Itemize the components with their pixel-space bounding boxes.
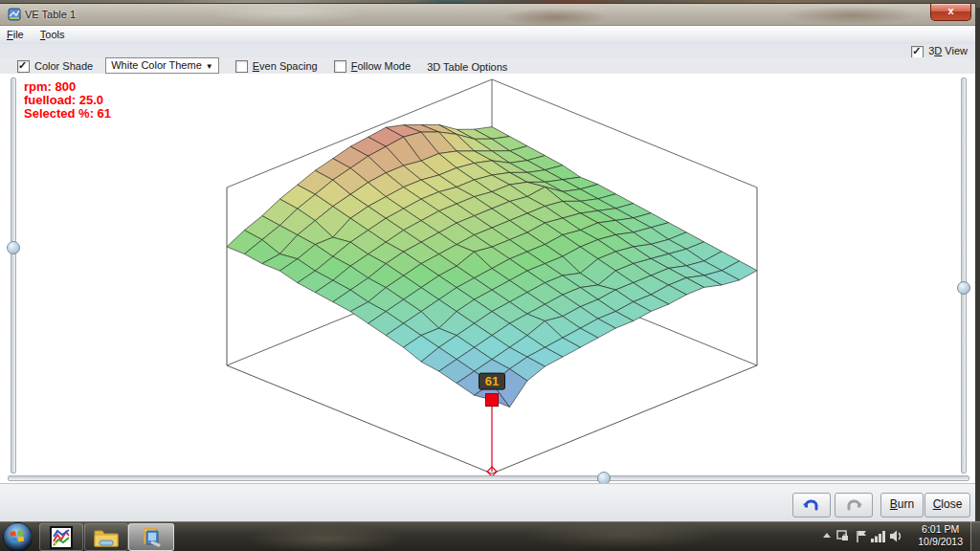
clock-date: 10/9/2013 bbox=[918, 536, 963, 548]
3d-view-toggle[interactable]: 3D View bbox=[911, 45, 968, 58]
tuner-chart-icon bbox=[50, 526, 73, 549]
action-center-flag-icon[interactable] bbox=[856, 530, 868, 543]
slider-track bbox=[8, 475, 969, 481]
readout-selected: Selected %: 61 bbox=[24, 107, 111, 121]
window-title: VE Table 1 bbox=[25, 9, 76, 20]
undo-icon bbox=[802, 496, 821, 512]
selected-cell-marker[interactable] bbox=[486, 394, 499, 407]
toolbar: Color Shade White Color Theme▼ Even Spac… bbox=[0, 57, 975, 75]
screen: VE Table 1 x File Tools 3D View Color Sh… bbox=[0, 0, 980, 551]
start-button[interactable] bbox=[3, 522, 33, 551]
system-tray: 6:01 PM 10/9/2013 bbox=[817, 521, 980, 551]
folder-icon bbox=[94, 527, 119, 548]
taskbar-clock[interactable]: 6:01 PM 10/9/2013 bbox=[918, 523, 963, 548]
close-button[interactable]: Close bbox=[924, 493, 970, 518]
redo-button-disabled[interactable] bbox=[835, 493, 873, 518]
slider-thumb[interactable] bbox=[957, 281, 970, 295]
volume-icon[interactable] bbox=[890, 530, 903, 542]
redo-icon bbox=[844, 496, 863, 512]
close-window-button[interactable]: x bbox=[930, 4, 971, 21]
taskbar-app-ve-table[interactable] bbox=[128, 523, 174, 551]
surface-plot-area[interactable]: 61 rpm: 800fuelload: 25.0Selected %: 61 bbox=[0, 74, 975, 483]
right-zoom-slider[interactable] bbox=[957, 77, 969, 472]
surface-plot[interactable]: 61 bbox=[0, 74, 975, 483]
color-shade-toggle[interactable]: Color Shade bbox=[17, 60, 93, 74]
even-spacing-toggle[interactable]: Even Spacing bbox=[235, 60, 331, 74]
burn-button[interactable]: Burn bbox=[880, 493, 924, 518]
slider-track bbox=[961, 77, 967, 474]
even-spacing-checkbox[interactable] bbox=[235, 60, 248, 73]
menu-file[interactable]: File bbox=[0, 26, 31, 43]
clock-time: 6:01 PM bbox=[918, 523, 963, 536]
readout-fuelload: fuelload: 25.0 bbox=[24, 94, 111, 107]
network-signal-icon[interactable] bbox=[871, 530, 886, 542]
follow-mode-checkbox[interactable] bbox=[334, 60, 346, 73]
app-icon bbox=[8, 8, 21, 21]
left-rotate-slider[interactable] bbox=[7, 77, 19, 472]
device-eject-icon[interactable] bbox=[836, 530, 850, 542]
3d-view-checkbox[interactable] bbox=[911, 46, 924, 58]
readout-rpm: rpm: 800 bbox=[24, 80, 111, 94]
show-desktop-button[interactable] bbox=[970, 521, 980, 551]
menu-bar: File Tools bbox=[0, 26, 975, 45]
taskbar-app-tunerstudio[interactable] bbox=[39, 523, 83, 551]
3d-table-options-button[interactable]: 3D Table Options bbox=[427, 61, 507, 73]
taskbar: 6:01 PM 10/9/2013 bbox=[0, 521, 980, 551]
title-bar[interactable]: VE Table 1 x bbox=[0, 4, 975, 26]
footer-button-bar: Burn Close bbox=[0, 483, 975, 522]
color-theme-dropdown[interactable]: White Color Theme▼ bbox=[105, 57, 218, 74]
hidden-icons-chevron[interactable] bbox=[823, 533, 831, 538]
menu-tools[interactable]: Tools bbox=[33, 26, 72, 43]
windows-flag-icon bbox=[10, 529, 25, 544]
taskbar-app-explorer[interactable] bbox=[84, 523, 128, 551]
cell-readout: rpm: 800fuelload: 25.0Selected %: 61 bbox=[24, 80, 111, 121]
tune-file-icon bbox=[141, 527, 162, 548]
dropdown-arrow-icon: ▼ bbox=[206, 62, 213, 71]
selected-value-text: 61 bbox=[485, 374, 499, 388]
undo-button[interactable] bbox=[792, 493, 831, 518]
color-shade-checkbox[interactable] bbox=[17, 60, 30, 73]
ve-table-window: VE Table 1 x File Tools 3D View Color Sh… bbox=[0, 4, 975, 521]
slider-track bbox=[11, 77, 16, 474]
slider-thumb[interactable] bbox=[7, 241, 20, 254]
view-options-band: 3D View bbox=[0, 44, 975, 57]
follow-mode-toggle[interactable]: Follow Mode bbox=[334, 60, 424, 74]
